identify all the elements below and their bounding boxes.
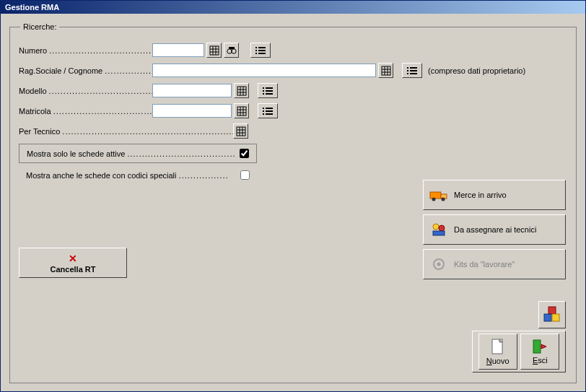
svg-rect-14 xyxy=(382,66,390,75)
svg-rect-62 xyxy=(544,314,551,321)
svg-rect-31 xyxy=(266,87,273,89)
svg-rect-23 xyxy=(407,73,408,74)
grid-picker-tecnico[interactable] xyxy=(233,123,248,139)
svg-rect-61 xyxy=(548,307,556,314)
svg-point-6 xyxy=(231,49,235,53)
svg-rect-30 xyxy=(263,87,264,89)
grid-icon xyxy=(236,126,246,136)
label-mostra-attive: Mostra solo le schede attive ...........… xyxy=(27,149,236,158)
ragsoc-input[interactable] xyxy=(152,64,376,77)
label-tecnico: Per Tecnico ............................… xyxy=(19,127,233,136)
row-numero: Numero .................................… xyxy=(19,43,567,58)
svg-rect-8 xyxy=(255,47,257,48)
grid-icon xyxy=(209,45,219,56)
svg-rect-24 xyxy=(410,73,417,74)
client-area: Ricerche: Numero .......................… xyxy=(1,14,585,392)
gear-icon xyxy=(429,257,448,271)
label-ragsoc: Rag.Sociale / Cognome ..................… xyxy=(19,66,152,75)
list-button-matricola[interactable] xyxy=(258,103,278,118)
exit-icon xyxy=(532,339,548,354)
cancella-rt-label: Cancella RT xyxy=(51,265,96,274)
label-matricola: Matricola ..............................… xyxy=(19,107,152,116)
blocks-button[interactable] xyxy=(538,301,566,328)
people-icon xyxy=(429,222,448,237)
row-matricola: Matricola ..............................… xyxy=(19,103,567,118)
esci-button[interactable]: Esci xyxy=(520,334,559,370)
svg-point-56 xyxy=(433,224,439,230)
svg-rect-42 xyxy=(266,108,273,109)
list-icon xyxy=(262,107,274,116)
svg-rect-7 xyxy=(229,47,235,49)
row-ragsoc: Rag.Sociale / Cognome ..................… xyxy=(19,63,567,78)
svg-rect-11 xyxy=(258,50,266,51)
grid-picker-ragsoc[interactable] xyxy=(378,63,393,78)
side-buttons: Merce in arrivo Da assegnare ai tecnici … xyxy=(423,180,566,279)
da-assegnare-button[interactable]: Da assegnare ai tecnici xyxy=(423,214,566,245)
svg-rect-10 xyxy=(255,50,257,51)
svg-point-5 xyxy=(227,49,231,53)
svg-rect-35 xyxy=(266,93,273,95)
svg-rect-66 xyxy=(533,340,541,353)
truck-icon xyxy=(429,188,448,202)
modello-input[interactable] xyxy=(152,84,232,97)
grid-picker-matricola[interactable] xyxy=(234,103,249,118)
svg-rect-9 xyxy=(258,47,266,48)
grid-picker-numero[interactable] xyxy=(206,43,222,58)
svg-rect-36 xyxy=(237,107,246,116)
list-icon xyxy=(262,87,274,95)
svg-rect-63 xyxy=(552,314,559,321)
matricola-input[interactable] xyxy=(152,104,232,118)
ricerche-fieldset: Ricerche: Numero .......................… xyxy=(9,22,577,383)
binoculars-icon xyxy=(227,45,237,55)
nuovo-button[interactable]: Nuovo xyxy=(478,334,517,370)
svg-rect-25 xyxy=(237,87,246,95)
list-icon xyxy=(406,66,418,75)
bottom-toolbar: Nuovo Esci xyxy=(472,331,566,373)
svg-rect-12 xyxy=(255,53,257,54)
checkbox-mostra-speciali[interactable] xyxy=(240,170,250,180)
svg-rect-0 xyxy=(210,46,219,55)
svg-rect-34 xyxy=(263,93,264,95)
merce-in-arrivo-label: Merce in arrivo xyxy=(454,191,507,199)
list-button-modello[interactable] xyxy=(258,83,278,98)
grid-picker-modello[interactable] xyxy=(234,83,249,98)
grid-icon xyxy=(381,66,391,76)
list-button-ragsoc[interactable] xyxy=(402,63,422,78)
subbox-attive: Mostra solo le schede attive ...........… xyxy=(19,144,257,163)
svg-marker-67 xyxy=(541,344,546,349)
label-numero: Numero .................................… xyxy=(19,46,152,55)
window-title: Gestione RMA xyxy=(5,3,59,12)
numero-input[interactable] xyxy=(152,43,204,57)
x-icon: ✕ xyxy=(69,253,77,264)
svg-rect-22 xyxy=(410,70,417,71)
svg-rect-46 xyxy=(266,113,273,115)
svg-rect-20 xyxy=(410,67,417,69)
svg-rect-13 xyxy=(258,53,266,54)
svg-rect-52 xyxy=(430,192,441,199)
svg-rect-58 xyxy=(433,231,445,235)
kits-lavorare-button: Kits da "lavorare" xyxy=(423,249,566,279)
list-icon xyxy=(255,46,266,55)
svg-point-54 xyxy=(432,198,436,201)
app-window: Gestione RMA Ricerche: Numero ..........… xyxy=(0,0,586,392)
svg-rect-45 xyxy=(263,113,264,115)
cancella-rt-button[interactable]: ✕ Cancella RT xyxy=(19,248,127,278)
list-button-numero[interactable] xyxy=(250,43,271,58)
da-assegnare-label: Da assegnare ai tecnici xyxy=(454,225,536,234)
svg-rect-47 xyxy=(237,127,245,136)
label-mostra-speciali: Mostra anche le schede con codici specia… xyxy=(19,171,228,180)
label-modello: Modello ................................… xyxy=(19,87,152,95)
kits-lavorare-label: Kits da "lavorare" xyxy=(454,260,515,269)
checkbox-mostra-attive[interactable] xyxy=(240,149,249,158)
row-mostra-speciali: Mostra anche le schede con codici specia… xyxy=(19,170,257,180)
svg-rect-41 xyxy=(263,108,264,109)
merce-in-arrivo-button[interactable]: Merce in arrivo xyxy=(423,180,566,210)
ricerche-legend: Ricerche: xyxy=(20,22,59,31)
row-modello: Modello ................................… xyxy=(19,83,567,98)
row-tecnico: Per Tecnico ............................… xyxy=(19,123,567,139)
new-document-icon xyxy=(491,338,505,355)
svg-rect-33 xyxy=(266,90,273,92)
hint-proprietario: (compreso dati proprietario) xyxy=(428,66,525,75)
grid-icon xyxy=(237,106,247,116)
search-binoculars[interactable] xyxy=(224,43,239,58)
